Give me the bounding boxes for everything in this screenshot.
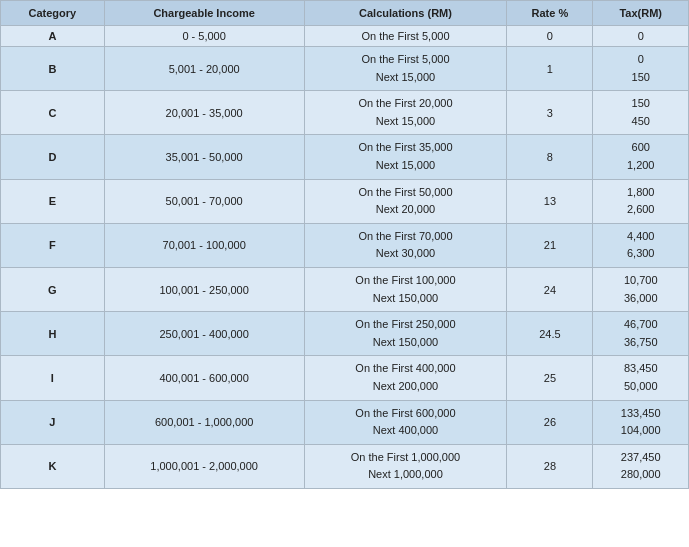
cell-calculations: On the First 400,000Next 200,000 <box>304 356 507 400</box>
cell-rate: 1 <box>507 47 593 91</box>
cell-income: 100,001 - 250,000 <box>104 267 304 311</box>
table-row: D35,001 - 50,000On the First 35,000Next … <box>1 135 689 179</box>
cell-tax: 237,450280,000 <box>593 444 689 488</box>
cell-tax: 4,4006,300 <box>593 223 689 267</box>
cell-tax: 0 <box>593 26 689 47</box>
cell-calculations: On the First 600,000Next 400,000 <box>304 400 507 444</box>
table-row: F70,001 - 100,000On the First 70,000Next… <box>1 223 689 267</box>
cell-calculations: On the First 5,000Next 15,000 <box>304 47 507 91</box>
cell-rate: 28 <box>507 444 593 488</box>
cell-tax: 150450 <box>593 91 689 135</box>
table-row: H250,001 - 400,000On the First 250,000Ne… <box>1 312 689 356</box>
table-row: J600,001 - 1,000,000On the First 600,000… <box>1 400 689 444</box>
col-header-rate: Rate % <box>507 1 593 26</box>
cell-rate: 24.5 <box>507 312 593 356</box>
cell-category: B <box>1 47 105 91</box>
cell-category: I <box>1 356 105 400</box>
cell-category: K <box>1 444 105 488</box>
cell-calculations: On the First 50,000Next 20,000 <box>304 179 507 223</box>
col-header-chargeable-income: Chargeable Income <box>104 1 304 26</box>
cell-category: J <box>1 400 105 444</box>
cell-category: F <box>1 223 105 267</box>
table-row: B5,001 - 20,000On the First 5,000Next 15… <box>1 47 689 91</box>
cell-rate: 26 <box>507 400 593 444</box>
cell-tax: 0150 <box>593 47 689 91</box>
cell-rate: 25 <box>507 356 593 400</box>
cell-income: 600,001 - 1,000,000 <box>104 400 304 444</box>
cell-calculations: On the First 70,000Next 30,000 <box>304 223 507 267</box>
cell-income: 0 - 5,000 <box>104 26 304 47</box>
cell-rate: 0 <box>507 26 593 47</box>
cell-category: G <box>1 267 105 311</box>
cell-rate: 13 <box>507 179 593 223</box>
cell-rate: 3 <box>507 91 593 135</box>
col-header-tax: Tax(RM) <box>593 1 689 26</box>
cell-calculations: On the First 35,000Next 15,000 <box>304 135 507 179</box>
cell-calculations: On the First 5,000 <box>304 26 507 47</box>
table-row: I400,001 - 600,000On the First 400,000Ne… <box>1 356 689 400</box>
cell-rate: 21 <box>507 223 593 267</box>
cell-income: 20,001 - 35,000 <box>104 91 304 135</box>
cell-tax: 10,70036,000 <box>593 267 689 311</box>
cell-calculations: On the First 1,000,000Next 1,000,000 <box>304 444 507 488</box>
cell-tax: 1,8002,600 <box>593 179 689 223</box>
cell-income: 400,001 - 600,000 <box>104 356 304 400</box>
cell-income: 50,001 - 70,000 <box>104 179 304 223</box>
tax-table-container: Category Chargeable Income Calculations … <box>0 0 689 489</box>
col-header-calculations: Calculations (RM) <box>304 1 507 26</box>
cell-income: 250,001 - 400,000 <box>104 312 304 356</box>
cell-calculations: On the First 250,000Next 150,000 <box>304 312 507 356</box>
cell-tax: 46,70036,750 <box>593 312 689 356</box>
cell-income: 5,001 - 20,000 <box>104 47 304 91</box>
table-row: K1,000,001 - 2,000,000On the First 1,000… <box>1 444 689 488</box>
table-row: C20,001 - 35,000On the First 20,000Next … <box>1 91 689 135</box>
cell-category: A <box>1 26 105 47</box>
cell-calculations: On the First 20,000Next 15,000 <box>304 91 507 135</box>
cell-income: 35,001 - 50,000 <box>104 135 304 179</box>
cell-rate: 24 <box>507 267 593 311</box>
table-row: G100,001 - 250,000On the First 100,000Ne… <box>1 267 689 311</box>
cell-category: H <box>1 312 105 356</box>
tax-table: Category Chargeable Income Calculations … <box>0 0 689 489</box>
cell-income: 1,000,001 - 2,000,000 <box>104 444 304 488</box>
cell-rate: 8 <box>507 135 593 179</box>
table-row: E50,001 - 70,000On the First 50,000Next … <box>1 179 689 223</box>
cell-tax: 83,45050,000 <box>593 356 689 400</box>
cell-category: C <box>1 91 105 135</box>
cell-category: D <box>1 135 105 179</box>
cell-tax: 133,450104,000 <box>593 400 689 444</box>
cell-category: E <box>1 179 105 223</box>
cell-income: 70,001 - 100,000 <box>104 223 304 267</box>
cell-calculations: On the First 100,000Next 150,000 <box>304 267 507 311</box>
col-header-category: Category <box>1 1 105 26</box>
table-row: A0 - 5,000On the First 5,00000 <box>1 26 689 47</box>
cell-tax: 6001,200 <box>593 135 689 179</box>
